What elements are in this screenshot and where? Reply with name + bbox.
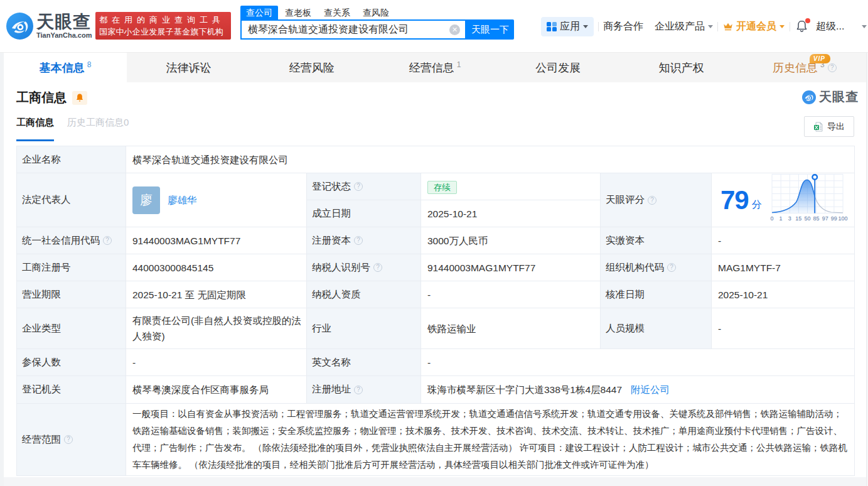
tab-basic-info[interactable]: 基本信息8 xyxy=(4,53,127,82)
tab-history-info[interactable]: 历史信息3 VIP xyxy=(743,53,866,82)
credit-code-value: 91440003MAG1MYTF77 xyxy=(126,227,307,254)
table-row: 法定代表人 廖 廖雄华 登记状态 存续 天眼评分 79 分 xyxy=(17,173,855,200)
field-label: 成立日期 xyxy=(307,200,421,227)
address-text: 珠海市横琴新区十字门大道338号1栋4层8447 xyxy=(427,384,622,395)
field-label: 法定代表人 xyxy=(17,173,126,227)
nearby-companies-link[interactable]: 附近公司 xyxy=(631,384,670,395)
tab-business-info[interactable]: 经营信息1 xyxy=(373,53,496,82)
paid-capital-value: - xyxy=(712,227,855,254)
bell-icon xyxy=(75,93,84,102)
score-unit: 分 xyxy=(752,197,762,212)
label-text: 组织机构代码 xyxy=(606,261,664,274)
svg-text:3: 3 xyxy=(788,215,791,222)
subtab-history-business-info[interactable]: 历史工商信息0 xyxy=(67,117,129,135)
field-label: 英文名称 xyxy=(307,349,421,376)
header-menu: 应用 商务合作 企业级产品 开通会员 超级. xyxy=(541,0,868,53)
label-text: 纳税人资质 xyxy=(312,288,361,301)
clear-icon[interactable]: ✕ xyxy=(449,24,460,35)
notification-bell[interactable] xyxy=(795,19,809,33)
field-label: 企业类型 xyxy=(17,308,126,349)
tab-label: 经营信息 xyxy=(409,60,454,75)
field-label: 天眼评分 xyxy=(601,173,712,227)
help-icon[interactable] xyxy=(354,386,363,394)
search-box: ✕ xyxy=(240,19,466,40)
excel-icon xyxy=(813,122,823,132)
search-input[interactable] xyxy=(242,24,449,35)
svg-text:0: 0 xyxy=(771,215,774,222)
tab-intellectual-property[interactable]: 知识产权 xyxy=(619,53,742,82)
svg-text:99: 99 xyxy=(831,215,837,222)
help-icon[interactable] xyxy=(64,435,73,444)
taxpayer-id-value: 91440003MAG1MYTF77 xyxy=(421,254,601,281)
notification-dot xyxy=(805,18,810,23)
company-name-value: 横琴深合轨道交通投资建设有限公司 xyxy=(126,146,855,173)
label-text: 纳税人识别号 xyxy=(312,261,370,274)
tianyancha-logo[interactable]: 天眼查 TianYanCha.com xyxy=(6,13,92,40)
reg-number-value: 440003000845145 xyxy=(126,254,307,281)
chevron-down-icon xyxy=(583,25,588,28)
svg-text:1: 1 xyxy=(780,215,783,222)
insured-count-value: - xyxy=(126,349,307,376)
help-icon[interactable] xyxy=(667,263,676,272)
apps-button[interactable]: 应用 xyxy=(541,17,594,36)
help-icon[interactable] xyxy=(648,196,656,205)
search-tab-company[interactable]: 查公司 xyxy=(240,6,278,19)
section-title: 工商信息 xyxy=(16,89,67,106)
field-label: 企业名称 xyxy=(17,146,126,173)
export-label: 导出 xyxy=(827,121,845,132)
page-margin-bottom xyxy=(4,477,866,486)
export-button[interactable]: 导出 xyxy=(804,116,854,137)
label-text: 注册地址 xyxy=(312,383,351,396)
search-tab-relation[interactable]: 查关系 xyxy=(318,6,356,19)
label-text: 登记机关 xyxy=(22,383,61,396)
slogan-line2: 国家中小企业发展子基金旗下机构 xyxy=(99,26,227,38)
field-label: 实缴资本 xyxy=(601,227,712,254)
user-menu[interactable]: 超级... xyxy=(816,20,848,33)
subscribe-bell-button[interactable] xyxy=(72,91,87,105)
business-coop-link[interactable]: 商务合作 xyxy=(603,20,643,33)
search-tab-boss[interactable]: 查老板 xyxy=(279,6,317,19)
label-text: 核准日期 xyxy=(606,288,645,301)
company-type-value: 有限责任公司(非自然人投资或控股的法人独资) xyxy=(126,308,307,349)
svg-text:97: 97 xyxy=(822,215,828,222)
tyc-score-cell[interactable]: 79 分 0131550859799100 xyxy=(712,173,855,227)
tab-operating-risk[interactable]: 经营风险 xyxy=(250,53,373,82)
slogan-line1: 都在用的商业查询工具 xyxy=(99,14,227,26)
label-text: 营业期限 xyxy=(22,288,61,301)
label-text: 企业名称 xyxy=(22,153,61,166)
establish-date-value: 2025-10-21 xyxy=(421,200,601,227)
table-row: 企业名称 横琴深合轨道交通投资建设有限公司 xyxy=(17,146,855,173)
chevron-down-icon xyxy=(862,25,867,28)
help-icon[interactable] xyxy=(373,263,382,272)
tab-company-development[interactable]: 公司发展 xyxy=(496,53,619,82)
vip-badge: VIP xyxy=(810,54,830,63)
tab-label: 公司发展 xyxy=(535,60,581,75)
field-label: 纳税人识别号 xyxy=(307,254,421,281)
field-label: 注册地址 xyxy=(307,376,421,404)
help-icon[interactable] xyxy=(103,236,112,245)
avatar[interactable]: 廖 xyxy=(132,186,160,214)
enterprise-products-link[interactable]: 企业级产品 xyxy=(655,20,713,33)
open-vip-link[interactable]: 开通会员 xyxy=(722,20,785,33)
help-icon[interactable] xyxy=(354,182,363,191)
chevron-down-icon xyxy=(780,25,785,28)
tianyancha-page: 天眼查 TianYanCha.com 都在用的商业查询工具 国家中小企业发展子基… xyxy=(0,0,868,486)
search-button[interactable]: 天眼一下 xyxy=(466,19,514,40)
subtab-business-info[interactable]: 工商信息 xyxy=(16,117,54,135)
help-icon[interactable] xyxy=(354,236,363,245)
tab-label: 基本信息 xyxy=(40,60,85,75)
slogan-banner: 都在用的商业查询工具 国家中小企业发展子基金旗下机构 xyxy=(95,12,231,40)
company-nav-tabs: 基本信息8 法律诉讼 经营风险 经营信息1 公司发展 知识产权 历史信息3 VI… xyxy=(4,53,866,82)
field-label: 参保人数 xyxy=(17,349,126,376)
help-icon[interactable] xyxy=(828,63,837,72)
field-label: 注册资本 xyxy=(307,227,421,254)
tab-legal-proceedings[interactable]: 法律诉讼 xyxy=(127,53,250,82)
watermark-logo-icon xyxy=(802,90,816,104)
field-label: 经营范围 xyxy=(17,404,126,476)
logo-text: 天眼查 TianYanCha.com xyxy=(36,13,92,39)
open-vip-label: 开通会员 xyxy=(736,20,776,33)
status-badge: 存续 xyxy=(427,181,457,194)
legal-rep-cell: 廖 廖雄华 xyxy=(126,173,307,227)
legal-rep-link[interactable]: 廖雄华 xyxy=(168,192,197,208)
search-tab-risk[interactable]: 查风险 xyxy=(357,6,395,19)
